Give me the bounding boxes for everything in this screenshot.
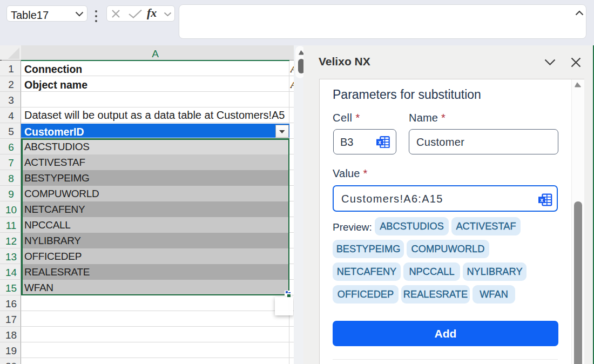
svg-text:x: x — [540, 197, 543, 203]
svg-text:x: x — [378, 139, 381, 145]
